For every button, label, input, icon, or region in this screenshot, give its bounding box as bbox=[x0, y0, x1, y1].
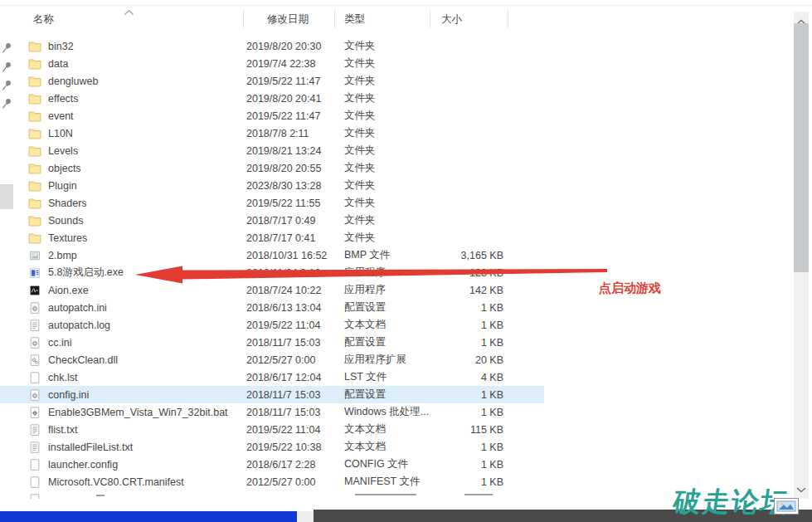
file-list: bin32 2019/8/20 20:30 文件夹 data 2019/7/4 … bbox=[0, 37, 793, 499]
sort-ascending-icon bbox=[124, 4, 134, 19]
file-type: 文件夹 bbox=[334, 126, 430, 140]
column-divider[interactable] bbox=[430, 10, 430, 28]
file-name: L10N bbox=[48, 128, 241, 139]
file-size: 1 KB bbox=[430, 442, 503, 453]
file-type: 应用程序 bbox=[334, 283, 430, 297]
column-divider[interactable] bbox=[334, 10, 335, 28]
file-date-modified: 2019/8/20 20:30 bbox=[241, 41, 334, 52]
column-divider[interactable] bbox=[243, 10, 244, 28]
file-name: Plugin bbox=[48, 180, 241, 192]
file-date-modified: 2019/5/22 11:04 bbox=[241, 320, 334, 331]
column-header-name[interactable]: 名称 bbox=[33, 12, 54, 27]
file-date-modified: 2018/11/7 15:03 bbox=[241, 389, 334, 401]
file-type: 文件夹 bbox=[334, 144, 430, 158]
file-name: Levels bbox=[48, 145, 241, 157]
file-row[interactable]: flist.txt 2019/5/22 11:04 文本文档 115 KB bbox=[0, 421, 544, 438]
file-row[interactable]: CheckClean.dll 2012/5/27 0:00 应用程序扩展 20 … bbox=[0, 351, 544, 368]
file-name: flist.txt bbox=[48, 424, 241, 436]
file-size: 128 KB bbox=[430, 267, 503, 279]
file-type: 文件夹 bbox=[334, 161, 430, 175]
file-size: 1 KB bbox=[430, 337, 503, 349]
file-type: 文件夹 bbox=[334, 74, 430, 88]
image-icon bbox=[28, 249, 41, 262]
folder-icon bbox=[28, 162, 41, 175]
file-date-modified: 2018/7/24 10:22 bbox=[241, 285, 334, 296]
dll-icon bbox=[28, 354, 41, 367]
file-row[interactable]: Enable3GBMem_Vista_Win7_32bit.bat 2018/1… bbox=[0, 403, 544, 421]
file-row[interactable]: Sounds 2018/7/17 0:49 文件夹 bbox=[0, 212, 544, 229]
file-row[interactable]: autopatch.log 2019/5/22 11:04 文本文档 1 KB bbox=[0, 316, 544, 334]
file-size: 3,165 KB bbox=[430, 250, 503, 261]
file-type: 文本文档 bbox=[334, 440, 430, 454]
file-row[interactable]: event 2019/5/22 11:47 文件夹 bbox=[0, 107, 544, 124]
file-date-modified: 2019/7/4 22:38 bbox=[241, 58, 334, 70]
file-row[interactable]: bin32 2019/8/20 20:30 文件夹 bbox=[0, 37, 544, 55]
folder-icon bbox=[28, 144, 41, 158]
folder-icon bbox=[28, 214, 41, 227]
page-icon bbox=[28, 458, 41, 471]
app-blue-icon bbox=[28, 266, 41, 280]
text-icon bbox=[28, 319, 41, 332]
column-header-date[interactable]: 修改日期 bbox=[267, 12, 309, 27]
file-row[interactable]: cc.ini 2018/11/7 15:03 配置设置 1 KB bbox=[0, 334, 544, 351]
file-row[interactable]: chk.lst 2018/6/17 12:04 LST 文件 4 KB bbox=[0, 368, 544, 386]
folder-icon bbox=[28, 57, 41, 71]
scroll-down-icon[interactable] bbox=[796, 481, 806, 496]
scrollbar-thumb[interactable] bbox=[794, 23, 809, 272]
clipped-text-fragment bbox=[464, 494, 493, 495]
file-date-modified: 2018/6/17 12:04 bbox=[241, 372, 334, 383]
file-name: launcher.config bbox=[48, 459, 241, 471]
file-size: 1 KB bbox=[430, 320, 503, 331]
file-row[interactable]: dengluweb 2019/5/22 11:47 文件夹 bbox=[0, 72, 544, 90]
app-black-icon bbox=[28, 284, 41, 297]
file-date-modified: 2012/5/27 0:00 bbox=[241, 476, 334, 488]
gear-icon bbox=[28, 336, 41, 349]
column-header-type[interactable]: 类型 bbox=[344, 12, 365, 27]
file-name: autopatch.log bbox=[48, 320, 241, 331]
column-header-size[interactable]: 大小 bbox=[441, 12, 462, 27]
file-date-modified: 2019/5/22 11:55 bbox=[241, 198, 334, 209]
file-row[interactable]: objects 2019/8/20 20:55 文件夹 bbox=[0, 159, 544, 177]
file-row[interactable]: Microsoft.VC80.CRT.manifest 2012/5/27 0:… bbox=[0, 473, 544, 490]
file-size: 4 KB bbox=[430, 372, 503, 383]
file-date-modified: 2019/8/21 13:24 bbox=[241, 145, 334, 157]
vertical-scrollbar[interactable] bbox=[794, 12, 809, 499]
file-row[interactable]: installedFileList.txt 2019/5/22 10:38 文本… bbox=[0, 438, 544, 456]
text-icon bbox=[28, 423, 41, 437]
file-type: 文本文档 bbox=[334, 318, 430, 332]
file-row[interactable]: Plugin 2023/8/30 13:28 文件夹 bbox=[0, 177, 544, 194]
file-row[interactable]: data 2019/7/4 22:38 文件夹 bbox=[0, 55, 544, 72]
folder-icon bbox=[28, 40, 41, 53]
file-date-modified: 2018/7/17 0:49 bbox=[241, 215, 334, 227]
file-size: 1 KB bbox=[430, 407, 503, 418]
file-row[interactable]: autopatch.ini 2018/6/13 13:04 配置设置 1 KB bbox=[0, 299, 544, 316]
file-row[interactable]: Levels 2019/8/21 13:24 文件夹 bbox=[0, 142, 544, 159]
column-divider[interactable] bbox=[508, 10, 508, 28]
file-row[interactable]: 2.bmp 2018/10/31 16:52 BMP 文件 3,165 KB bbox=[0, 246, 544, 264]
file-row[interactable]: L10N 2018/7/8 2:11 文件夹 bbox=[0, 124, 544, 142]
file-row[interactable]: launcher.config 2018/6/17 2:28 CONFIG 文件… bbox=[0, 456, 544, 473]
file-name: installedFileList.txt bbox=[48, 442, 241, 453]
page-icon bbox=[28, 476, 41, 489]
file-row[interactable]: Shaders 2019/5/22 11:55 文件夹 bbox=[0, 194, 544, 212]
file-date-modified: 2012/5/27 0:00 bbox=[241, 354, 334, 366]
folder-icon bbox=[28, 232, 41, 245]
file-size: 142 KB bbox=[430, 285, 503, 296]
file-type: 文件夹 bbox=[334, 196, 430, 210]
file-row[interactable]: Aion.exe 2018/7/24 10:22 应用程序 142 KB bbox=[0, 281, 544, 299]
file-type: 配置设置 bbox=[334, 388, 430, 402]
file-row[interactable]: Textures 2018/7/17 0:41 文件夹 bbox=[0, 229, 544, 246]
file-explorer-window: 名称 修改日期 类型 大小 bin32 2019/8/20 20:30 文件夹 … bbox=[0, 0, 812, 522]
file-row[interactable]: config.ini 2018/11/7 15:03 配置设置 1 KB bbox=[0, 386, 544, 403]
file-name: event bbox=[48, 110, 241, 122]
folder-icon bbox=[28, 127, 41, 140]
file-name: 5.8游戏启动.exe bbox=[48, 266, 241, 280]
file-name: autopatch.ini bbox=[48, 302, 241, 314]
file-date-modified: 2019/5/22 10:38 bbox=[241, 442, 334, 453]
file-type: 文件夹 bbox=[334, 213, 430, 227]
file-row[interactable]: effects 2019/8/20 20:41 文件夹 bbox=[0, 90, 544, 107]
file-row[interactable]: 5.8游戏启动.exe 2016/11/24 0:16 应用程序 128 KB bbox=[0, 264, 544, 281]
file-date-modified: 2019/5/22 11:47 bbox=[241, 76, 334, 87]
file-date-modified: 2019/8/20 20:41 bbox=[241, 93, 334, 105]
file-row-truncated[interactable] bbox=[0, 490, 544, 499]
